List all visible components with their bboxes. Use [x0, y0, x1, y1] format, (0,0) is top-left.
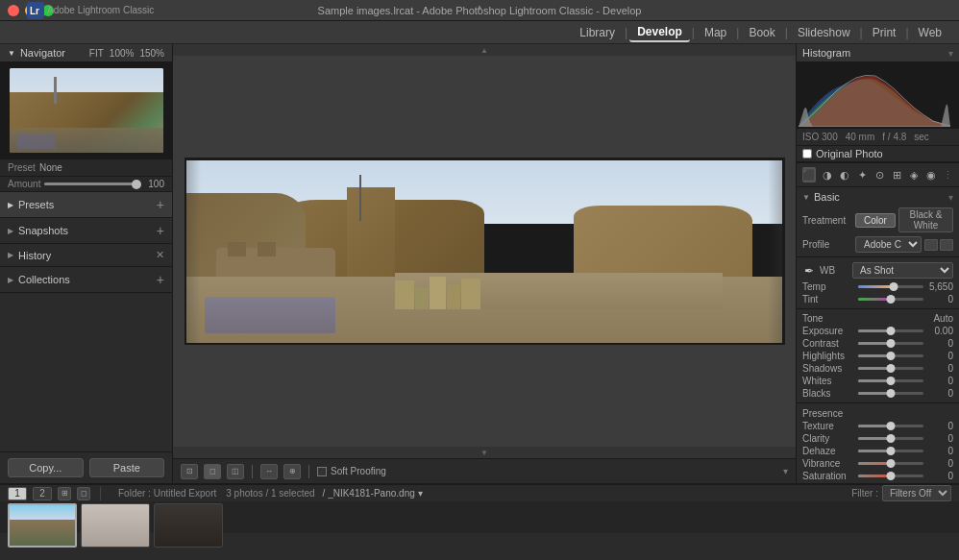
tint-slider[interactable]: [858, 298, 923, 301]
saturation-value: 0: [926, 471, 953, 481]
tone-auto[interactable]: Auto: [933, 313, 953, 324]
copy-button[interactable]: Copy...: [8, 458, 84, 477]
presence-label: Presence: [802, 408, 843, 419]
presets-section: ▶ Presets +: [0, 192, 172, 218]
contrast-slider[interactable]: [858, 342, 923, 345]
zoom-100[interactable]: 100%: [110, 48, 135, 59]
histogram-header: Histogram ▾: [797, 44, 959, 61]
whites-row: Whites 0: [797, 375, 959, 387]
clarity-label: Clarity: [802, 433, 855, 444]
scroll-bottom[interactable]: ▼: [173, 447, 796, 458]
tool-expand[interactable]: ⋮: [943, 169, 953, 182]
menu-library[interactable]: Library: [572, 24, 623, 41]
transform-tool[interactable]: ⊞: [891, 167, 902, 183]
selected-file[interactable]: / _NIK4181-Pano.dng ▾: [323, 488, 423, 499]
film-thumb-2[interactable]: [81, 503, 150, 548]
page-1-btn[interactable]: 1: [8, 487, 27, 500]
page-2-btn[interactable]: 2: [33, 487, 52, 500]
preset-none-row: Preset None: [0, 159, 172, 177]
collections-title: Collections: [18, 274, 70, 285]
loupe-btn[interactable]: ◻: [77, 487, 90, 500]
shadows-slider[interactable]: [858, 367, 923, 370]
original-photo-checkbox[interactable]: [802, 149, 812, 158]
before-after-btn[interactable]: ↔: [260, 464, 278, 479]
snapshots-header[interactable]: ▶ Snapshots +: [0, 218, 172, 243]
clarity-slider[interactable]: [858, 437, 923, 440]
filmstrip-footer: 1 2 ⊞ ◻ Folder : Untitled Export 3 photo…: [0, 484, 959, 501]
highlights-label: Highlights: [802, 351, 855, 361]
menu-book[interactable]: Book: [741, 24, 782, 41]
exposure-slider[interactable]: [858, 329, 923, 332]
menu-print[interactable]: Print: [865, 24, 904, 41]
saturation-slider[interactable]: [858, 475, 923, 477]
zoom-fit[interactable]: FIT: [89, 48, 104, 59]
collections-add[interactable]: +: [157, 272, 164, 287]
exposure-label: Exposure: [802, 326, 855, 336]
lens-tool[interactable]: ⊙: [873, 167, 885, 183]
grid-view-btn[interactable]: ⊞: [58, 487, 71, 500]
soft-proofing-label: Soft Proofing: [331, 466, 386, 476]
left-panel: ▼ Navigator FIT 100% 150%: [0, 44, 173, 483]
soft-proofing-checkbox[interactable]: [317, 467, 327, 476]
scroll-top[interactable]: ▲: [173, 44, 796, 56]
bw-btn[interactable]: Black & White: [898, 207, 953, 232]
film-thumb-3[interactable]: [154, 503, 223, 548]
menu-slideshow[interactable]: Slideshow: [790, 24, 858, 41]
navigator-section: ▼ Navigator FIT 100% 150%: [0, 44, 172, 159]
zoom-btn[interactable]: ⊕: [283, 464, 301, 479]
tone-label: Tone: [802, 313, 933, 324]
film-thumb-1[interactable]: [8, 503, 77, 548]
navigator-arrow: ▼: [8, 49, 15, 58]
wb-eyedropper-icon[interactable]: ✒: [802, 264, 816, 278]
photo-display: [184, 158, 785, 345]
blacks-slider[interactable]: [858, 392, 923, 395]
color-btn[interactable]: Color: [855, 213, 896, 228]
histogram-panel: Histogram ▾: [797, 44, 959, 163]
whites-slider[interactable]: [858, 379, 923, 382]
exposure-value: 0.00: [926, 326, 953, 336]
hsl-tool[interactable]: ◑: [822, 167, 833, 183]
highlights-slider[interactable]: [858, 354, 923, 357]
basic-expand[interactable]: ▾: [948, 192, 953, 203]
navigator-header[interactable]: ▼ Navigator FIT 100% 150%: [0, 44, 172, 62]
profile-grid-btn1[interactable]: [924, 239, 938, 251]
blacks-label: Blacks: [802, 388, 855, 399]
vibrance-slider[interactable]: [858, 462, 923, 465]
basic-panel-header[interactable]: ▼ Basic ▾: [797, 187, 959, 207]
close-button[interactable]: [8, 5, 19, 16]
compare-view-btn[interactable]: ◫: [227, 464, 244, 479]
snapshots-arrow: ▶: [8, 227, 13, 235]
profile-dropdown[interactable]: Adobe Color: [855, 236, 922, 253]
tone-tool[interactable]: ⬛: [802, 167, 816, 183]
menu-map[interactable]: Map: [697, 24, 734, 41]
history-header[interactable]: ▶ History ✕: [0, 244, 172, 266]
histogram-chart: [799, 63, 950, 127]
toolbar-expand[interactable]: ▾: [783, 466, 788, 476]
presets-add[interactable]: +: [157, 197, 164, 212]
snapshots-add[interactable]: +: [157, 223, 164, 238]
menu-develop[interactable]: Develop: [629, 23, 690, 42]
dehaze-slider[interactable]: [858, 450, 923, 452]
nav-zoom-controls: FIT 100% 150%: [89, 48, 164, 59]
loupe-view-btn[interactable]: ◻: [204, 464, 221, 479]
menu-web[interactable]: Web: [911, 24, 949, 41]
calibration-tool[interactable]: ◉: [925, 167, 937, 183]
paste-button[interactable]: Paste: [89, 458, 165, 477]
presets-header[interactable]: ▶ Presets +: [0, 192, 172, 217]
amount-slider[interactable]: [44, 183, 136, 185]
profile-grid-btn2[interactable]: [940, 239, 953, 251]
collections-header[interactable]: ▶ Collections +: [0, 267, 172, 292]
grid-view-btn[interactable]: ⊡: [181, 464, 198, 479]
effects-tool[interactable]: ◈: [908, 167, 920, 183]
histogram-expand[interactable]: ▾: [948, 48, 953, 59]
filter-dropdown[interactable]: Filters Off: [882, 485, 951, 501]
texture-slider[interactable]: [858, 425, 923, 427]
history-clear[interactable]: ✕: [156, 249, 164, 261]
detail-tool[interactable]: ✦: [856, 167, 868, 183]
color-tool[interactable]: ◐: [839, 167, 850, 183]
collections-arrow: ▶: [8, 276, 13, 284]
zoom-150[interactable]: 150%: [139, 48, 164, 59]
temp-slider[interactable]: [858, 285, 923, 288]
wb-dropdown[interactable]: As Shot: [852, 262, 953, 279]
profile-control: Adobe Color: [855, 236, 953, 253]
